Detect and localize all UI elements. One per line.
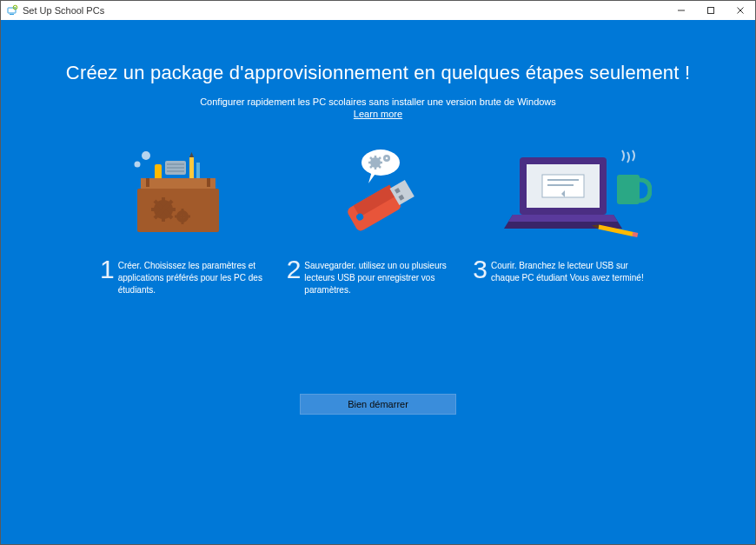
svg-rect-20 <box>207 178 210 187</box>
svg-rect-48 <box>617 175 640 204</box>
svg-point-8 <box>135 162 141 168</box>
laptop-icon <box>504 145 652 241</box>
svg-rect-4 <box>708 8 714 14</box>
maximize-button[interactable] <box>696 1 726 20</box>
learn-more-link[interactable]: Learn more <box>354 109 402 119</box>
main-content: Créez un package d'approvisionnement en … <box>1 20 755 544</box>
svg-marker-15 <box>189 152 194 157</box>
svg-rect-0 <box>8 8 16 13</box>
svg-marker-56 <box>508 215 618 222</box>
svg-point-36 <box>386 157 388 160</box>
usb-icon <box>304 145 452 241</box>
step-3-text: Courir. Branchez le lecteur USB sur chaq… <box>491 256 656 284</box>
toolbox-icon <box>104 145 252 241</box>
step-2-number: 2 <box>287 256 302 282</box>
step-3: 3 Courir. Branchez le lecteur USB sur ch… <box>473 256 656 296</box>
illustrations-row <box>104 145 652 241</box>
get-started-button[interactable]: Bien démarrer <box>300 394 456 415</box>
steps-row: 1 Créer. Choisissez les paramètres et ap… <box>100 256 656 296</box>
step-1-number: 1 <box>100 256 115 282</box>
page-subtitle: Configurer rapidement les PC scolaires s… <box>200 96 556 107</box>
svg-rect-18 <box>137 189 219 232</box>
app-icon <box>6 4 18 17</box>
svg-rect-19 <box>146 178 149 187</box>
step-2-text: Sauvegarder. utilisez un ou plusieurs le… <box>304 256 469 296</box>
svg-rect-59 <box>632 232 638 237</box>
step-1: 1 Créer. Choisissez les paramètres et ap… <box>100 256 283 296</box>
window-title: Set Up School PCs <box>23 5 666 16</box>
step-3-number: 3 <box>473 256 487 282</box>
svg-rect-1 <box>10 14 14 15</box>
minimize-button[interactable] <box>666 1 696 20</box>
titlebar: Set Up School PCs <box>1 1 755 20</box>
svg-rect-17 <box>141 178 216 189</box>
app-window: Set Up School PCs Créez un package d'app… <box>0 0 756 545</box>
close-button[interactable] <box>726 1 755 20</box>
step-2: 2 Sauvegarder. utilisez un ou plusieurs … <box>287 256 470 296</box>
svg-rect-14 <box>189 157 194 178</box>
svg-point-7 <box>142 151 150 160</box>
window-controls <box>666 1 755 20</box>
svg-rect-16 <box>196 163 200 178</box>
page-title: Créez un package d'approvisionnement en … <box>66 62 690 84</box>
step-1-text: Créer. Choisissez les paramètres et appl… <box>118 256 283 296</box>
